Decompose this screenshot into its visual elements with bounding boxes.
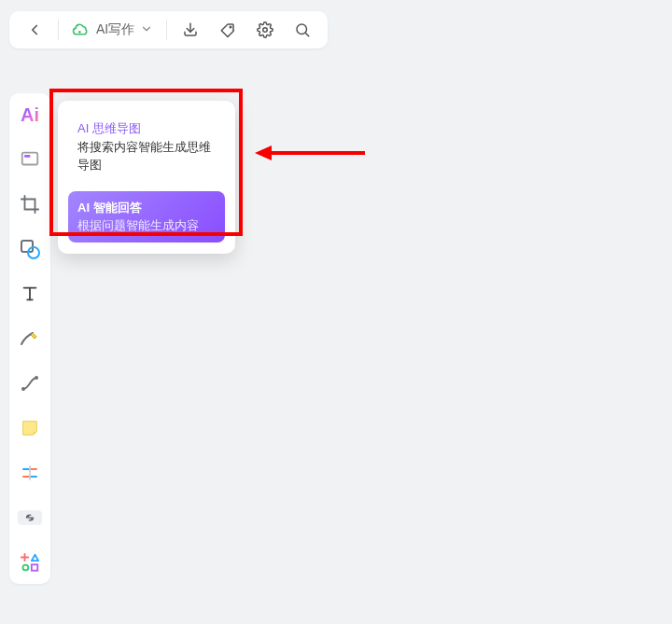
shape-icon (19, 238, 41, 260)
svg-point-12 (21, 387, 25, 391)
top-toolbar: AI写作 (9, 11, 328, 49)
link-tool-button[interactable] (14, 502, 46, 534)
svg-rect-18 (32, 564, 37, 570)
svg-point-13 (35, 376, 38, 380)
svg-marker-16 (32, 555, 38, 561)
ai-mindmap-desc: 将搜索内容智能生成思维导图 (77, 138, 216, 174)
tag-button[interactable] (212, 14, 244, 46)
board-tool-button[interactable] (14, 144, 46, 175)
pen-icon (19, 327, 41, 350)
left-toolbar: Ai (9, 93, 50, 584)
shapes-plus-icon (20, 552, 40, 573)
ai-answer-desc: 根据问题智能生成内容 (77, 216, 216, 235)
crop-tool-button[interactable] (14, 188, 46, 220)
settings-button[interactable] (249, 14, 281, 46)
ai-write-label: AI写作 (96, 21, 134, 38)
ai-answer-option[interactable]: AI 智能回答 根据问题智能生成内容 (68, 191, 225, 243)
sticky-note-tool-button[interactable] (14, 412, 46, 444)
svg-rect-7 (21, 241, 33, 252)
search-button[interactable] (287, 14, 318, 46)
svg-point-2 (263, 28, 268, 33)
download-button[interactable] (175, 14, 206, 46)
svg-rect-5 (22, 153, 38, 165)
sticky-note-icon (20, 418, 40, 438)
svg-line-4 (306, 33, 309, 35)
ai-tool-button[interactable]: Ai (14, 99, 46, 131)
separator (166, 20, 167, 40)
separator (58, 20, 59, 40)
svg-point-1 (230, 26, 231, 28)
cloud-sync-icon (72, 20, 91, 41)
pen-tool-button[interactable] (14, 323, 46, 354)
ai-icon: Ai (21, 104, 39, 126)
svg-rect-6 (24, 155, 30, 158)
more-shapes-button[interactable] (14, 547, 46, 578)
ai-mindmap-option[interactable]: AI 思维导图 将搜索内容智能生成思维导图 (68, 112, 225, 182)
svg-marker-20 (255, 146, 272, 160)
ai-mindmap-title: AI 思维导图 (77, 119, 216, 138)
shape-tool-button[interactable] (14, 233, 46, 265)
ai-popover: AI 思维导图 将搜索内容智能生成思维导图 AI 智能回答 根据问题智能生成内容 (58, 101, 235, 254)
align-icon (19, 462, 41, 484)
crop-icon (20, 194, 40, 215)
annotation-arrow-icon (255, 139, 367, 167)
text-icon (20, 284, 40, 304)
board-icon (20, 149, 40, 170)
ai-write-dropdown[interactable]: AI写作 (66, 14, 159, 46)
connector-icon (19, 372, 41, 395)
ai-answer-title: AI 智能回答 (77, 199, 216, 217)
back-button[interactable] (19, 14, 50, 46)
svg-point-0 (78, 31, 81, 34)
link-icon (17, 508, 43, 527)
chevron-down-icon (140, 22, 153, 38)
connector-tool-button[interactable] (14, 367, 46, 399)
svg-point-3 (297, 24, 307, 35)
svg-point-17 (22, 565, 28, 571)
align-tool-button[interactable] (14, 457, 46, 489)
text-tool-button[interactable] (14, 278, 46, 310)
